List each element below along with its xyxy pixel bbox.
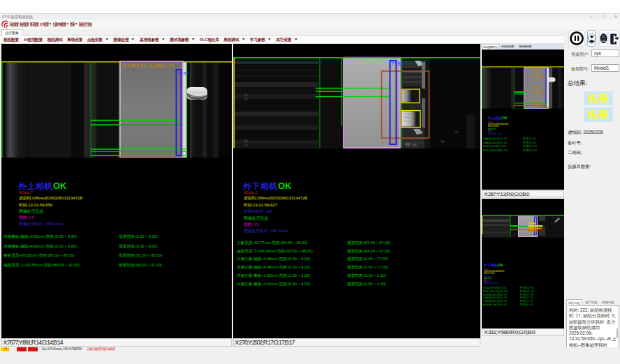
svg-text:73.88: 73.88 — [391, 61, 404, 66]
svg-text:RL:9.L:18: RL:9.L:18 — [381, 141, 394, 144]
svg-text:AI检测框: AI检测框 — [345, 59, 362, 65]
svg-text:73.88: 73.88 — [178, 71, 189, 75]
svg-text:静态阈值:93, 动态阈值:100: 静态阈值:93, 动态阈值:100 — [122, 63, 174, 68]
svg-text:AI检: AI检 — [519, 216, 524, 219]
